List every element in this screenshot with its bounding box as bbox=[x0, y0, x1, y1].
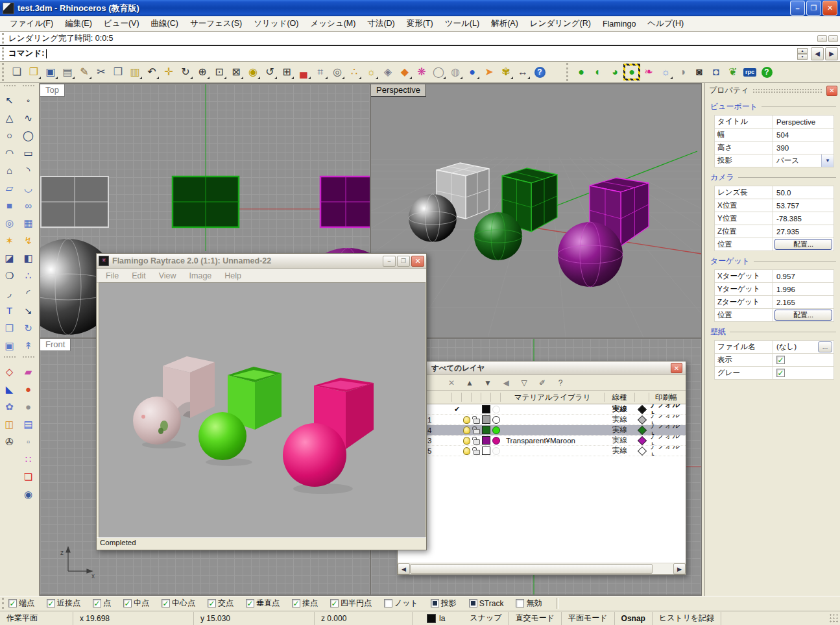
osnap-toggle[interactable]: 点 bbox=[93, 598, 111, 609]
flamingo-light-icon[interactable]: ☼ bbox=[657, 64, 674, 80]
osnap-toggle[interactable]: 中点 bbox=[123, 598, 149, 609]
ellipse-icon[interactable]: ◯ bbox=[19, 127, 37, 144]
render-menu-edit[interactable]: Edit bbox=[126, 271, 152, 280]
osnap-toggle[interactable]: 中心点 bbox=[162, 598, 195, 609]
layer-visibility-toggle[interactable] bbox=[462, 415, 472, 424]
resize-grip-icon[interactable] bbox=[830, 614, 839, 623]
drag-grip[interactable] bbox=[2, 598, 6, 609]
layer-filter-icon[interactable]: ▽ bbox=[517, 376, 531, 389]
menu-curve[interactable]: 曲線(C) bbox=[145, 17, 184, 31]
layer-material-name[interactable]: Transparent¥Maroon bbox=[501, 435, 605, 445]
zoom-dynamic-icon[interactable]: ⊕ bbox=[194, 64, 211, 80]
target-place-button[interactable]: 配置... bbox=[774, 310, 832, 321]
menu-file[interactable]: ファイル(F) bbox=[4, 17, 59, 31]
layer-material-cell[interactable] bbox=[491, 404, 501, 414]
header-print-color[interactable] bbox=[635, 393, 649, 402]
layer-up-icon[interactable]: ▲ bbox=[462, 376, 477, 389]
menu-view[interactable]: ビュー(V) bbox=[98, 17, 145, 31]
stripes-icon[interactable]: ▤ bbox=[19, 415, 37, 433]
layer-current-check[interactable] bbox=[452, 435, 462, 445]
close-icon[interactable]: ✕ bbox=[826, 86, 837, 96]
menu-render[interactable]: レンダリング(R) bbox=[524, 17, 597, 31]
menu-surface[interactable]: サーフェス(S) bbox=[184, 17, 248, 31]
layer-print-color-cell[interactable] bbox=[635, 404, 649, 414]
viewport-perspective-label[interactable]: Perspective bbox=[371, 84, 426, 97]
minimize-button[interactable]: – bbox=[790, 1, 805, 16]
prop-value-cam-z[interactable]: 27.935 bbox=[773, 225, 834, 238]
prop-value-lens[interactable]: 50.0 bbox=[773, 186, 834, 199]
rendered-sphere-icon[interactable]: ● bbox=[464, 64, 481, 80]
worker-icon[interactable]: ✇ bbox=[1, 433, 18, 450]
layer-print-width[interactable]: デフォルト bbox=[649, 425, 683, 435]
layer-material-cell[interactable] bbox=[491, 446, 501, 456]
header-current[interactable] bbox=[452, 393, 462, 402]
wire-cube-icon[interactable]: ◇ bbox=[1, 363, 18, 380]
torus-icon[interactable]: ◎ bbox=[1, 214, 18, 232]
layer-lock-toggle[interactable] bbox=[472, 425, 481, 435]
prop-value-filename[interactable]: (なし) bbox=[773, 341, 818, 353]
osnap-toggle[interactable]: 交点 bbox=[208, 598, 234, 609]
surface-grid-icon[interactable]: ▦ bbox=[19, 214, 37, 232]
menu-flamingo[interactable]: Flamingo bbox=[597, 18, 642, 30]
statusbar-pane-snap[interactable]: スナップ bbox=[463, 612, 509, 625]
wallpaper-gray-checkbox[interactable] bbox=[776, 369, 785, 377]
planar-trim-icon[interactable]: ◣ bbox=[1, 380, 18, 398]
drag-grip[interactable] bbox=[566, 63, 571, 81]
prop-value-cam-x[interactable]: 53.757 bbox=[773, 199, 834, 212]
layer-lock-toggle[interactable] bbox=[472, 435, 481, 445]
layer-color-cell[interactable] bbox=[481, 435, 491, 445]
paste-icon[interactable]: ▥ bbox=[126, 64, 143, 80]
statusbar-pane-osnap[interactable]: Osnap bbox=[615, 612, 653, 625]
drag-grip[interactable] bbox=[2, 33, 6, 43]
drag-grip[interactable] bbox=[2, 63, 6, 81]
scroll-right-icon[interactable]: ▶ bbox=[673, 563, 686, 574]
prop-value-width[interactable]: 504 bbox=[773, 129, 834, 141]
select-pointer-icon[interactable]: ↖ bbox=[1, 92, 18, 109]
insert-box-icon[interactable]: ◫ bbox=[1, 415, 18, 433]
scroll-left-icon[interactable]: ◀ bbox=[398, 563, 410, 574]
menu-help[interactable]: ヘルプ(H) bbox=[642, 17, 690, 31]
rainbow-sphere-icon[interactable]: ● bbox=[19, 380, 37, 398]
osnap-toggle[interactable]: 投影 bbox=[431, 598, 457, 609]
flamingo-render-window-icon[interactable]: ◐ bbox=[590, 64, 606, 80]
command-next-button[interactable]: ▶ bbox=[825, 47, 838, 60]
camera-place-button[interactable]: 配置... bbox=[774, 239, 832, 250]
viewport-top-label[interactable]: Top bbox=[40, 84, 65, 97]
extend-icon[interactable]: ◜ bbox=[19, 284, 37, 302]
command-history-scroll-down[interactable]: - bbox=[828, 35, 838, 42]
viewport-front-label[interactable]: Front bbox=[40, 339, 71, 351]
flamingo-feather-icon[interactable]: ❦ bbox=[725, 64, 741, 80]
split-icon[interactable]: ◧ bbox=[19, 249, 37, 267]
layers-panel-titlebar[interactable]: すべてのレイヤ ✕ bbox=[398, 362, 686, 375]
header-print-width[interactable]: 印刷幅 bbox=[649, 393, 683, 402]
close-button[interactable]: ✕ bbox=[411, 256, 424, 267]
layer-tools-icon[interactable]: ✐ bbox=[535, 376, 549, 389]
layer-color-cell[interactable] bbox=[481, 425, 491, 435]
layer-down-icon[interactable]: ▼ bbox=[481, 376, 495, 389]
flamingo-render-icon[interactable]: ● bbox=[573, 64, 590, 80]
header-lock[interactable] bbox=[472, 393, 481, 402]
layer-print-color-cell[interactable] bbox=[635, 435, 649, 445]
flamingo-save-icon[interactable]: ◘ bbox=[708, 64, 725, 80]
dotted-square-icon[interactable]: ▫ bbox=[19, 433, 37, 450]
osnap-toggle[interactable]: 四半円点 bbox=[330, 598, 372, 609]
help-icon[interactable]: ? bbox=[531, 64, 548, 80]
layer-lock-toggle[interactable] bbox=[472, 446, 481, 456]
drag-grip[interactable] bbox=[23, 85, 34, 90]
menu-transform[interactable]: 変形(T) bbox=[401, 17, 439, 31]
layer-material-name[interactable] bbox=[501, 425, 605, 435]
edit-notes-icon[interactable]: ✎ bbox=[76, 64, 93, 80]
puzzle-gear-icon[interactable]: ✿ bbox=[1, 398, 18, 415]
curved-surface-icon[interactable]: ◡ bbox=[19, 179, 37, 197]
color-dots-icon[interactable]: ∷ bbox=[19, 450, 37, 468]
flamingo-help-icon[interactable]: ? bbox=[758, 64, 775, 80]
drag-grip[interactable] bbox=[4, 85, 16, 90]
points-on-icon[interactable]: ∴ bbox=[19, 267, 37, 284]
prop-value-height[interactable]: 390 bbox=[773, 141, 834, 154]
render-menu-help[interactable]: Help bbox=[219, 271, 247, 280]
layer-visibility-toggle[interactable] bbox=[462, 435, 472, 445]
header-color[interactable] bbox=[481, 393, 491, 402]
layer-visibility-toggle[interactable] bbox=[462, 446, 472, 456]
minimize-button[interactable]: – bbox=[383, 256, 396, 267]
osnap-points-icon[interactable]: ∴ bbox=[346, 64, 363, 80]
